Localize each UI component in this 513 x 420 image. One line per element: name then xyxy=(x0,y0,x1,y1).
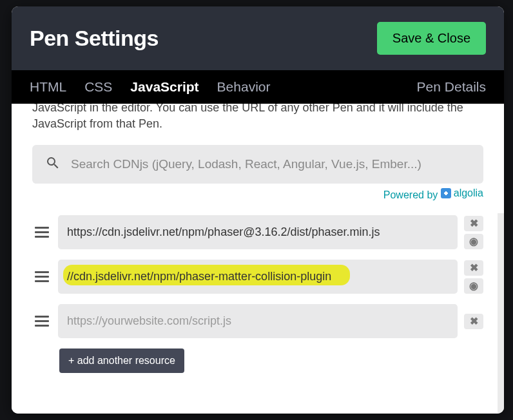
modal-title: Pen Settings xyxy=(30,26,159,51)
algolia-badge[interactable]: algolia xyxy=(441,187,483,199)
resource-row: ✖ ◉ xyxy=(32,215,483,249)
tab-behavior[interactable]: Behavior xyxy=(217,70,280,104)
pen-settings-modal: Pen Settings Save & Close HTML CSS JavaS… xyxy=(12,6,504,414)
settings-content: JavaScript in the editor. You can use th… xyxy=(12,104,504,414)
algolia-text: algolia xyxy=(454,187,483,199)
cdn-search-input[interactable] xyxy=(71,157,470,171)
remove-resource-button[interactable]: ✖ xyxy=(464,216,483,231)
tab-css[interactable]: CSS xyxy=(84,70,121,104)
resource-row: ✖ xyxy=(32,304,483,338)
section-description: JavaScript in the editor. You can use th… xyxy=(32,104,483,132)
resource-url-input[interactable] xyxy=(58,260,458,294)
drag-handle-icon[interactable] xyxy=(32,269,52,285)
drag-handle-icon[interactable] xyxy=(32,224,52,240)
settings-tabs: HTML CSS JavaScript Behavior Pen Details xyxy=(12,70,504,104)
close-icon: ✖ xyxy=(470,315,478,327)
add-resource-button[interactable]: + add another resource xyxy=(59,348,184,373)
scrollbar[interactable] xyxy=(498,213,504,414)
powered-by-label: Powered by xyxy=(383,189,438,200)
close-icon: ✖ xyxy=(470,217,478,229)
modal-header: Pen Settings Save & Close xyxy=(12,6,504,70)
resource-url-input[interactable] xyxy=(58,304,458,338)
tab-html[interactable]: HTML xyxy=(30,70,75,104)
save-close-button[interactable]: Save & Close xyxy=(377,22,486,55)
cdn-search-box[interactable] xyxy=(32,145,483,184)
eye-icon: ◉ xyxy=(469,235,478,247)
preview-resource-button[interactable]: ◉ xyxy=(464,234,483,249)
eye-icon: ◉ xyxy=(469,280,478,292)
preview-resource-button[interactable]: ◉ xyxy=(464,278,483,294)
remove-resource-button[interactable]: ✖ xyxy=(464,260,483,276)
resource-url-input[interactable] xyxy=(58,215,458,249)
tab-pen-details[interactable]: Pen Details xyxy=(417,70,486,104)
remove-resource-button[interactable]: ✖ xyxy=(464,314,483,329)
algolia-logo-icon xyxy=(441,188,451,198)
drag-handle-icon[interactable] xyxy=(32,313,52,329)
close-icon: ✖ xyxy=(470,262,478,274)
tab-javascript[interactable]: JavaScript xyxy=(130,70,208,104)
search-icon xyxy=(45,155,61,173)
resource-row: ✖ ◉ xyxy=(32,260,483,294)
powered-by: Powered by algolia xyxy=(32,187,483,201)
